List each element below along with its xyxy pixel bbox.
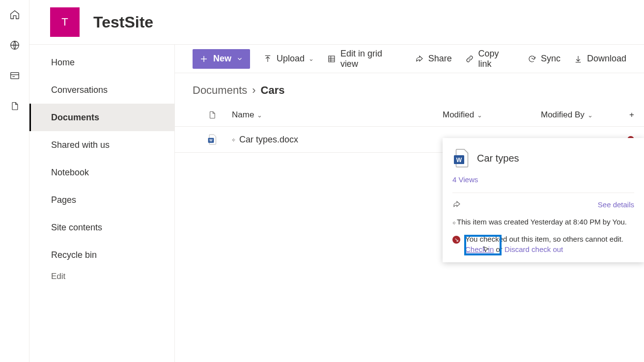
sync-icon — [527, 54, 537, 64]
nav-pages[interactable]: Pages — [29, 186, 174, 214]
nav-conversations[interactable]: Conversations — [29, 76, 174, 104]
column-header-name[interactable]: Name ⌄ — [232, 110, 443, 120]
file-hover-card: W Car types 4 Views See details ⟡This it… — [443, 138, 644, 262]
site-header: T TestSite — [29, 0, 644, 44]
svg-rect-8 — [329, 56, 335, 62]
new-button[interactable]: New — [193, 49, 250, 69]
download-button[interactable]: Download — [573, 54, 626, 64]
chevron-down-icon: ⌄ — [257, 111, 262, 119]
breadcrumb: Documents › Cars — [175, 73, 644, 104]
download-label: Download — [587, 54, 626, 64]
nav-edit-link[interactable]: Edit — [29, 272, 174, 281]
col-name-label: Name — [232, 110, 254, 120]
file-name: Car types.docx — [239, 135, 298, 145]
nav-documents[interactable]: Documents — [29, 104, 174, 131]
column-header-type-icon[interactable] — [193, 110, 232, 120]
grid-icon — [327, 54, 336, 64]
sidebar-nav: Home Conversations Documents Shared with… — [29, 45, 175, 362]
share-button[interactable]: Share — [415, 54, 452, 64]
check-in-link[interactable]: Check in — [465, 245, 494, 253]
chevron-down-icon: ⌄ — [588, 111, 593, 119]
views-link[interactable]: 4 Views — [452, 175, 634, 184]
content-area: New Upload ⌄ Edit in grid — [175, 45, 644, 362]
sync-button[interactable]: Sync — [527, 54, 560, 64]
share-icon — [415, 54, 424, 64]
files-icon[interactable] — [9, 100, 21, 112]
new-button-label: New — [213, 54, 231, 64]
site-title: TestSite — [93, 13, 153, 31]
site-logo[interactable]: T — [50, 7, 80, 37]
svg-rect-1 — [10, 73, 19, 79]
column-header-row: Name ⌄ Modified ⌄ Modified By ⌄ + — [175, 104, 644, 126]
checkout-message: You checked out this item, so others can… — [465, 235, 623, 243]
edit-grid-button[interactable]: Edit in grid view — [327, 49, 402, 69]
share-label: Share — [428, 54, 452, 64]
discard-checkout-link[interactable]: Discard check out — [504, 245, 563, 253]
svg-text:W: W — [209, 139, 213, 142]
sync-label: Sync — [541, 54, 560, 64]
breadcrumb-separator: › — [252, 84, 255, 97]
created-text: ⟡This item was created Yesterday at 8:40… — [452, 218, 634, 226]
news-icon[interactable] — [9, 70, 21, 82]
globe-icon[interactable] — [9, 39, 21, 51]
column-header-modified-by[interactable]: Modified By ⌄ — [541, 110, 629, 120]
home-icon[interactable] — [9, 9, 21, 21]
new-indicator-icon: ⟡ — [232, 137, 235, 143]
see-details-link[interactable]: See details — [598, 200, 634, 209]
word-file-icon: W — [452, 148, 470, 168]
add-column-button[interactable]: + — [629, 110, 644, 120]
or-text: or — [494, 245, 504, 253]
upload-icon — [263, 54, 273, 64]
breadcrumb-current: Cars — [261, 84, 285, 97]
app-rail — [0, 0, 29, 362]
chevron-down-icon: ⌄ — [477, 111, 482, 119]
nav-notebook[interactable]: Notebook — [29, 159, 174, 186]
download-icon — [573, 54, 583, 64]
nav-home[interactable]: Home — [29, 49, 174, 76]
hover-share-icon[interactable] — [452, 200, 461, 209]
nav-site-contents[interactable]: Site contents — [29, 214, 174, 241]
copy-link-button[interactable]: Copy link — [465, 49, 514, 69]
col-modified-label: Modified — [443, 110, 474, 120]
hover-card-title: Car types — [477, 153, 519, 164]
edit-grid-label: Edit in grid view — [340, 49, 402, 69]
breadcrumb-parent[interactable]: Documents — [193, 84, 247, 97]
link-icon — [465, 54, 475, 64]
file-type-icon: W — [193, 134, 232, 145]
copy-link-label: Copy link — [478, 49, 514, 69]
chevron-down-icon: ⌄ — [308, 55, 314, 62]
command-bar: New Upload ⌄ Edit in grid — [175, 45, 644, 73]
upload-label: Upload — [277, 54, 305, 64]
checked-out-icon: ↘ — [452, 236, 460, 244]
column-header-modified[interactable]: Modified ⌄ — [443, 110, 541, 120]
col-modified-by-label: Modified By — [541, 110, 585, 120]
new-indicator-icon: ⟡ — [452, 220, 456, 225]
nav-shared[interactable]: Shared with us — [29, 131, 174, 159]
nav-recycle-bin[interactable]: Recycle bin — [29, 241, 174, 269]
upload-button[interactable]: Upload ⌄ — [263, 54, 314, 64]
svg-text:W: W — [456, 157, 462, 164]
